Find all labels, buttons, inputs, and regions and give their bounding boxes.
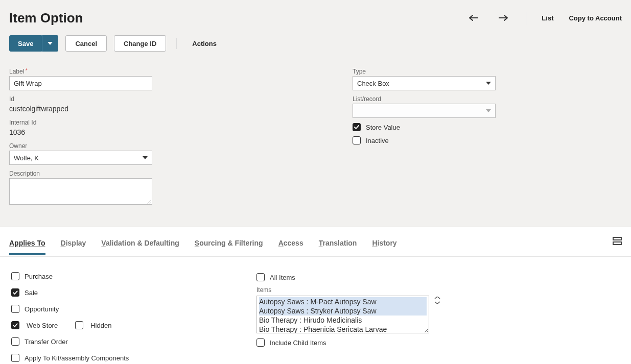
list-record-field-label: List/record (353, 95, 602, 103)
chevron-down-icon (48, 42, 53, 45)
tab-display[interactable]: Display (61, 230, 86, 254)
items-field-label: Items (256, 286, 620, 294)
id-value: custcolgiftwrapped (9, 104, 295, 114)
tab-validation[interactable]: Validation & Defaulting (101, 230, 179, 254)
tab-translation[interactable]: Translation (319, 230, 357, 254)
id-field-label: Id (9, 95, 295, 103)
separator (526, 12, 526, 25)
copy-to-account-button[interactable]: Copy to Account (569, 14, 622, 22)
chevron-down-icon (486, 109, 491, 112)
internal-id-value: 1036 (9, 127, 295, 137)
label-field-label: Label (9, 68, 295, 75)
change-id-button[interactable]: Change ID (114, 35, 166, 52)
tab-access[interactable]: Access (278, 230, 303, 254)
web-store-checkbox[interactable] (11, 321, 19, 329)
tab-translation-label: Translation (319, 239, 357, 247)
stack-icon (613, 236, 622, 246)
tab-applies-to[interactable]: Applies To (9, 230, 45, 254)
sale-checkbox[interactable] (11, 288, 19, 297)
transfer-order-label: Transfer Order (25, 338, 68, 346)
svg-rect-1 (613, 242, 621, 245)
actions-menu[interactable]: Actions (187, 40, 222, 47)
all-items-checkbox[interactable] (256, 273, 265, 281)
save-button[interactable]: Save (9, 35, 42, 52)
inactive-label: Inactive (366, 137, 389, 144)
opportunity-checkbox[interactable] (11, 305, 19, 313)
save-dropdown-button[interactable] (42, 35, 58, 52)
description-field-label: Description (9, 170, 295, 177)
separator (176, 38, 177, 49)
transfer-order-checkbox[interactable] (11, 337, 19, 346)
tab-layout-toggle[interactable] (613, 236, 622, 247)
svg-rect-0 (613, 237, 621, 240)
include-child-items-checkbox[interactable] (256, 338, 265, 347)
description-textarea[interactable] (9, 178, 152, 205)
cancel-button[interactable]: Cancel (65, 35, 107, 52)
tab-sourcing-label: Sourcing & Filtering (195, 239, 263, 247)
prev-record-button[interactable] (466, 13, 481, 23)
apply-kit-label: Apply To Kit/assembly Components (25, 354, 129, 362)
tab-sourcing[interactable]: Sourcing & Filtering (195, 230, 263, 254)
sale-label: Sale (25, 289, 38, 297)
chevron-down-icon (486, 82, 491, 85)
list-item[interactable]: Autopsy Saws : M-Pact Autopsy Saw (259, 297, 427, 306)
tab-access-label: Access (278, 239, 303, 247)
items-multiselect[interactable]: Autopsy Saws : M-Pact Autopsy Saw Autops… (256, 296, 429, 333)
hidden-label: Hidden (90, 322, 111, 329)
owner-select[interactable]: Wolfe, K (9, 151, 152, 165)
tab-validation-label: Validation & Defaulting (101, 239, 179, 247)
page-title: Item Option (9, 10, 83, 26)
apply-kit-checkbox[interactable] (11, 354, 19, 362)
type-select-value: Check Box (357, 80, 389, 87)
list-item[interactable]: Bio Therapy : Hirudo Medicinalis (259, 316, 427, 325)
check-icon (13, 323, 18, 328)
web-store-label: Web Store (27, 322, 58, 329)
opportunity-label: Opportunity (25, 305, 59, 313)
owner-field-label: Owner (9, 142, 295, 150)
purchase-label: Purchase (25, 273, 53, 280)
check-icon (354, 125, 359, 130)
type-field-label: Type (353, 68, 602, 75)
internal-id-field-label: Internal Id (9, 119, 295, 126)
store-value-checkbox[interactable] (353, 123, 361, 131)
label-input[interactable] (9, 76, 152, 90)
owner-select-value: Wolfe, K (14, 154, 39, 162)
expand-items-button[interactable] (434, 296, 440, 305)
list-record-select[interactable] (353, 104, 496, 118)
store-value-label: Store Value (366, 124, 400, 131)
next-record-button[interactable] (496, 13, 510, 23)
include-child-items-label: Include Child Items (270, 339, 326, 347)
tab-applies-to-label: Applies To (9, 239, 45, 247)
all-items-label: All Items (270, 274, 295, 281)
tab-display-label: Display (61, 239, 86, 247)
list-item[interactable]: Autopsy Saws : Stryker Autopsy Saw (259, 306, 427, 316)
purchase-checkbox[interactable] (11, 272, 19, 280)
inactive-checkbox[interactable] (353, 136, 361, 144)
hidden-checkbox[interactable] (75, 321, 83, 329)
list-button[interactable]: List (542, 14, 553, 22)
type-select[interactable]: Check Box (353, 76, 496, 90)
check-icon (13, 290, 18, 295)
tab-history-label: History (372, 239, 396, 247)
chevron-down-icon (143, 156, 148, 159)
list-item[interactable]: Bio Therapy : Phaenicia Sericata Larvae (259, 325, 427, 333)
double-chevron-icon (434, 297, 440, 304)
tab-history[interactable]: History (372, 230, 396, 254)
